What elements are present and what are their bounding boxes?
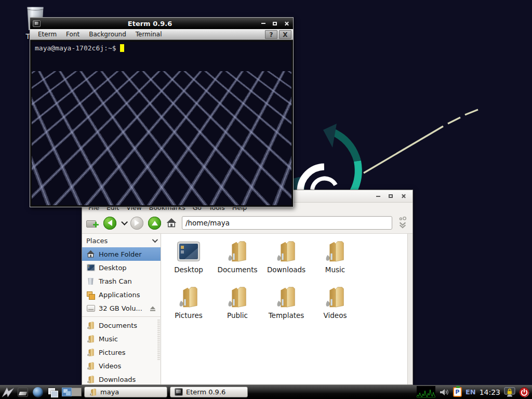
file-label: Public [227, 311, 248, 320]
sidebar-item-label: Documents [99, 322, 137, 329]
sidebar-item-desktop[interactable]: Desktop [82, 261, 161, 274]
app-menu-button[interactable] [2, 386, 14, 398]
file-item-pictures[interactable]: Pictures [164, 285, 213, 329]
folder-icon [274, 285, 299, 310]
arrow-up-icon [152, 221, 158, 225]
close-icon[interactable] [282, 20, 290, 27]
menu-font[interactable]: Font [61, 30, 84, 39]
sidebar-item-home-folder[interactable]: Home Folder [82, 247, 161, 261]
folder-icon [86, 335, 95, 343]
clipboard-manager-icon[interactable]: P [453, 387, 462, 397]
sidebar-item-trash-can[interactable]: Trash Can [82, 274, 161, 288]
folder-icon [274, 239, 299, 264]
taskbar-button-eterm[interactable]: Eterm 0.9.6 [170, 387, 248, 397]
sidebar-item-volume[interactable]: 32 GB Volu... [82, 301, 161, 315]
jump-to-icon[interactable] [397, 217, 408, 229]
volume-icon[interactable] [439, 388, 449, 396]
file-manager-launcher[interactable] [17, 386, 29, 398]
up-button[interactable] [148, 217, 161, 230]
close-icon[interactable] [399, 193, 407, 200]
show-desktop-button[interactable] [47, 386, 59, 398]
sidebar-item-pictures[interactable]: Pictures [82, 345, 161, 359]
lock-screen-icon[interactable] [504, 387, 515, 397]
sidebar-item-label: 32 GB Volu... [99, 304, 142, 312]
trash-icon [86, 277, 95, 286]
terminal-cursor [120, 44, 124, 52]
taskbar-button-label: Eterm 0.9.6 [186, 388, 225, 396]
sidebar-item-label: Home Folder [99, 250, 142, 258]
file-view: Desktop Documents Downloads Music Pictur… [161, 234, 407, 384]
taskbar-button-maya[interactable]: maya [84, 387, 167, 397]
places-header[interactable]: Places [82, 234, 161, 247]
sidebar-item-label: Downloads [99, 376, 136, 383]
cpu-monitor[interactable] [417, 386, 435, 398]
pager-desktop-1[interactable] [62, 388, 72, 396]
file-label: Videos [324, 311, 347, 320]
file-manager-toolbar [82, 212, 413, 234]
file-manager-icon [18, 388, 28, 397]
terminal-background [30, 72, 293, 207]
file-item-music[interactable]: Music [311, 239, 360, 284]
folder-icon [86, 321, 95, 330]
sidebar-item-documents[interactable]: Documents [82, 318, 161, 332]
file-item-downloads[interactable]: Downloads [262, 239, 311, 284]
pager-desktop-2[interactable] [72, 388, 82, 396]
sidebar-item-downloads[interactable]: Downloads [82, 373, 161, 386]
terminal-area[interactable]: maya@maya-1702c6j:~$ [30, 40, 293, 207]
file-item-desktop[interactable]: Desktop [164, 239, 213, 284]
desktop: Trash File Edit View Bookmarks Go Tools … [0, 0, 532, 399]
applications-icon [86, 290, 95, 299]
eterm-titlebar[interactable]: Eterm 0.9.6 [30, 18, 293, 29]
menu-terminal[interactable]: Terminal [131, 30, 167, 39]
back-button[interactable] [103, 217, 116, 230]
maximize-icon[interactable] [271, 20, 279, 27]
plus-icon [93, 222, 99, 228]
arrow-right-icon [135, 220, 139, 226]
maximize-icon[interactable] [387, 193, 395, 200]
home-button[interactable] [166, 218, 177, 228]
file-label: Documents [218, 265, 258, 274]
folder-icon [86, 348, 95, 357]
history-dropdown-icon[interactable] [121, 219, 128, 225]
eterm-title: Eterm 0.9.6 [41, 20, 259, 28]
file-view-scrollbar[interactable] [407, 234, 413, 384]
menu-background[interactable]: Background [84, 30, 131, 39]
eterm-menubar: Eterm Font Background Terminal ? X [30, 29, 293, 40]
forward-button[interactable] [130, 217, 143, 230]
clock[interactable]: 14:23 [480, 388, 500, 396]
file-item-templates[interactable]: Templates [262, 285, 311, 329]
desktop-pager [62, 388, 82, 396]
web-browser-launcher[interactable] [32, 386, 44, 398]
folder-icon [323, 239, 348, 264]
sidebar-item-music[interactable]: Music [82, 332, 161, 345]
sidebar-scrollbar[interactable] [157, 320, 160, 360]
minimize-icon[interactable] [374, 193, 382, 200]
file-item-videos[interactable]: Videos [311, 285, 360, 329]
sidebar-item-applications[interactable]: Applications [82, 288, 161, 301]
file-item-documents[interactable]: Documents [213, 239, 262, 284]
sidebar-item-videos[interactable]: Videos [82, 359, 161, 373]
new-tab-button[interactable] [86, 219, 99, 228]
file-manager-window: File Edit View Bookmarks Go Tools Help P… [82, 190, 413, 385]
sidebar-item-label: Pictures [99, 349, 125, 356]
close-button[interactable]: X [279, 30, 291, 39]
folder-icon [89, 388, 97, 396]
chevron-down-icon [152, 237, 158, 243]
file-label: Music [325, 265, 345, 274]
keyboard-layout-indicator[interactable]: EN [466, 388, 476, 396]
sidebar-separator [82, 316, 161, 317]
globe-icon [33, 387, 43, 397]
folder-icon [176, 285, 201, 310]
taskbar: maya Eterm 0.9.6 P EN 14:23 [0, 385, 532, 399]
file-item-public[interactable]: Public [213, 285, 262, 329]
help-button[interactable]: ? [265, 30, 277, 39]
terminal-prompt-line: maya@maya-1702c6j:~$ [35, 44, 124, 52]
sidebar-item-label: Music [99, 335, 118, 343]
folder-icon [323, 285, 348, 310]
path-input[interactable] [182, 216, 392, 230]
power-button[interactable] [519, 387, 529, 397]
minimize-icon[interactable] [259, 20, 268, 27]
menu-eterm[interactable]: Eterm [33, 30, 61, 39]
eject-icon[interactable] [149, 305, 156, 312]
folder-icon [86, 362, 95, 370]
